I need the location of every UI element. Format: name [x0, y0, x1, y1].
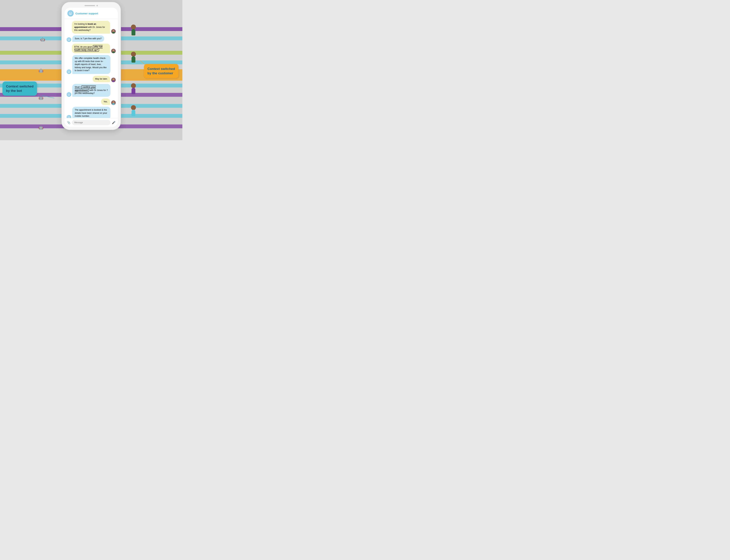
user-figure-2 [131, 52, 136, 63]
svg-point-36 [67, 116, 70, 118]
msg-row-2: Sure, is 7 pm fine with you? [67, 35, 116, 42]
bot-avatar-4 [67, 69, 71, 74]
user-avatar-7 [111, 100, 116, 105]
svg-point-40 [69, 117, 70, 117]
msg-5: May be later. [93, 76, 110, 82]
chat-header: Customer support [65, 8, 118, 19]
bot-figure-3: 🤖 [39, 96, 43, 100]
msg-row-7: Yes. [67, 99, 116, 105]
annotation-bot: Context switched by the bot [2, 82, 37, 96]
phone-screen: Customer support I'm looking to book an … [65, 8, 118, 127]
msg-row-4: We offer complete health check-up with 8… [67, 55, 116, 74]
msg-4: We offer complete health check-up with 8… [72, 55, 110, 74]
svg-rect-33 [68, 95, 70, 95]
svg-point-18 [113, 50, 114, 51]
msg-1: I'm looking to book an appointment with … [72, 21, 110, 34]
phone-camera [96, 5, 98, 6]
svg-rect-17 [68, 40, 70, 41]
message-input[interactable] [72, 120, 110, 125]
phone-speaker [84, 5, 95, 6]
user-figure-3 [131, 83, 136, 94]
user-figure-1 [131, 25, 136, 35]
mic-icon[interactable]: 🎤 [112, 121, 115, 124]
svg-point-27 [112, 80, 115, 82]
svg-point-39 [68, 117, 69, 117]
bot-figure-1: 🤖 [40, 37, 45, 42]
svg-point-11 [112, 32, 115, 33]
user-avatar-5 [111, 78, 116, 82]
user-avatar-3 [111, 49, 116, 53]
svg-point-2 [68, 11, 73, 16]
msg-3: BTW, do you guys offer full health body … [72, 44, 110, 53]
msg-row-8: The appointment is booked & the details … [67, 107, 116, 118]
msg-row-3: BTW, do you guys offer full health body … [67, 44, 116, 53]
svg-point-20 [67, 70, 70, 73]
msg-row-5: May be later. [67, 76, 116, 82]
svg-point-29 [68, 94, 69, 95]
svg-point-28 [67, 93, 70, 96]
svg-rect-25 [68, 72, 70, 73]
bot-avatar-8 [67, 115, 71, 118]
phone-notch [65, 5, 118, 6]
svg-point-21 [68, 71, 69, 72]
svg-point-38 [69, 117, 70, 118]
svg-point-34 [113, 101, 114, 103]
svg-point-35 [112, 103, 115, 105]
svg-point-5 [70, 13, 70, 13]
svg-point-12 [67, 38, 70, 41]
svg-point-14 [69, 39, 70, 40]
msg-row-1: I'm looking to book an appointment with … [67, 21, 116, 34]
svg-point-6 [71, 13, 72, 13]
svg-point-37 [68, 117, 69, 118]
bot-avatar-2 [67, 37, 71, 42]
msg-6: Shall I confirm your appointment with Dr… [72, 84, 110, 97]
svg-point-22 [69, 71, 70, 72]
chat-title: Customer support [75, 12, 98, 15]
chat-input-bar: 📎 🎤 [65, 118, 118, 127]
attachment-icon[interactable]: 📎 [67, 121, 70, 124]
phone-frame: Customer support I'm looking to book an … [61, 2, 121, 130]
bot-avatar-6 [67, 92, 71, 97]
msg-8: The appointment is booked & the details … [72, 107, 110, 118]
bot-figure-2: 🤖 [39, 68, 43, 73]
msg-row-6: Shall I confirm your appointment with Dr… [67, 84, 116, 97]
messages-area[interactable]: I'm looking to book an appointment with … [65, 19, 118, 118]
msg-2: Sure, is 7 pm fine with you? [72, 35, 104, 42]
annotation-customer: Context switched by the customer [144, 64, 178, 78]
svg-point-19 [112, 52, 115, 53]
svg-rect-7 [70, 14, 71, 15]
bot-figure-4: 🤖 [39, 125, 43, 130]
user-avatar-1 [111, 29, 116, 34]
svg-point-30 [69, 94, 70, 95]
svg-point-10 [113, 30, 114, 32]
bot-header-avatar [67, 10, 74, 16]
svg-point-13 [68, 39, 69, 40]
svg-point-26 [113, 79, 114, 80]
user-figure-4 [131, 105, 136, 116]
msg-7: Yes. [101, 99, 110, 105]
